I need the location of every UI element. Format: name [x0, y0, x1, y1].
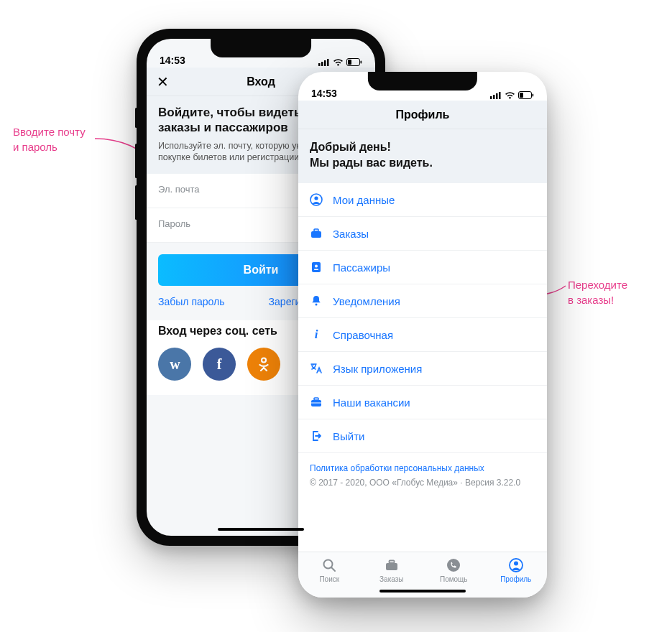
- svg-line-27: [331, 567, 335, 571]
- menu-label: Справочная: [333, 329, 393, 341]
- bell-icon: [310, 294, 323, 307]
- passport-icon: [310, 261, 323, 274]
- tab-search[interactable]: Поиск: [298, 552, 361, 587]
- menu-notifications[interactable]: Уведомления: [298, 284, 547, 318]
- callout-text: в заказы!: [568, 292, 627, 307]
- copyright: © 2017 - 2020, ООО «Глобус Медиа» · Верс…: [310, 478, 535, 488]
- status-icons: [318, 58, 362, 66]
- svg-point-16: [314, 197, 318, 200]
- forgot-password-link[interactable]: Забыл пароль: [158, 296, 224, 307]
- svg-point-30: [447, 559, 460, 572]
- svg-rect-3: [327, 59, 329, 66]
- svg-point-7: [262, 358, 266, 363]
- greeting-line: Мы рады вас видеть.: [310, 155, 535, 171]
- wifi-icon: [505, 91, 515, 99]
- menu-label: Заказы: [333, 228, 369, 240]
- tab-label: Заказы: [379, 575, 403, 583]
- greeting: Добрый день! Мы рады вас видеть.: [298, 129, 547, 183]
- menu-label: Пассажиры: [333, 261, 390, 274]
- svg-rect-2: [324, 60, 326, 66]
- menu-passengers[interactable]: Пассажиры: [298, 251, 547, 284]
- menu-orders[interactable]: Заказы: [298, 217, 547, 251]
- jobs-icon: [310, 396, 323, 409]
- svg-point-32: [514, 561, 518, 565]
- tab-label: Помощь: [440, 575, 468, 583]
- menu-label: Выйти: [333, 430, 364, 442]
- status-time: 14:53: [160, 55, 185, 66]
- footer: Политика обработки персональных данных ©…: [298, 453, 547, 491]
- svg-rect-21: [314, 269, 318, 270]
- svg-rect-29: [389, 560, 394, 563]
- logout-icon: [310, 429, 323, 442]
- menu-help[interactable]: i Справочная: [298, 318, 547, 352]
- svg-rect-25: [311, 403, 321, 404]
- navbar-profile: Профиль: [298, 101, 547, 129]
- menu-label: Мои данные: [333, 194, 395, 206]
- menu-my-data[interactable]: Мои данные: [298, 183, 547, 217]
- tab-orders[interactable]: Заказы: [361, 552, 423, 587]
- menu-label: Наши вакансии: [333, 396, 410, 409]
- svg-rect-5: [361, 61, 362, 64]
- translate-icon: [310, 362, 323, 375]
- callout-text: Переходите: [568, 277, 627, 292]
- home-indicator: [218, 528, 304, 531]
- svg-point-20: [315, 265, 318, 268]
- status-icons: [490, 91, 534, 99]
- tab-label: Поиск: [319, 575, 339, 583]
- svg-rect-1: [321, 62, 323, 66]
- navbar-title: Профиль: [396, 108, 450, 121]
- info-icon: i: [310, 328, 323, 341]
- svg-rect-18: [314, 229, 318, 231]
- user-icon: [508, 557, 524, 573]
- profile-menu: Мои данные Заказы Пассажиры Уведомления …: [298, 183, 547, 453]
- navbar-title: Вход: [247, 75, 275, 88]
- close-button[interactable]: ✕: [157, 73, 169, 90]
- tab-label: Профиль: [500, 575, 531, 583]
- svg-rect-24: [314, 398, 318, 400]
- callout-left: Вводите почту и пароль: [13, 124, 86, 154]
- svg-rect-8: [490, 96, 492, 99]
- svg-rect-13: [533, 94, 534, 97]
- battery-icon: [518, 91, 534, 99]
- menu-label: Уведомления: [333, 295, 400, 307]
- notch: [211, 39, 311, 57]
- svg-rect-6: [348, 60, 351, 65]
- svg-rect-10: [496, 93, 498, 99]
- briefcase-icon: [384, 557, 400, 573]
- notch: [368, 72, 477, 90]
- svg-rect-14: [520, 93, 523, 98]
- tab-help[interactable]: Помощь: [423, 552, 485, 587]
- facebook-button[interactable]: f: [203, 348, 236, 381]
- phone-icon: [446, 557, 461, 573]
- svg-rect-11: [499, 92, 501, 99]
- signal-icon: [490, 92, 502, 99]
- status-time: 14:53: [311, 88, 337, 99]
- menu-language[interactable]: Язык приложения: [298, 352, 547, 386]
- svg-rect-28: [386, 563, 397, 570]
- signal-icon: [318, 59, 330, 66]
- ok-button[interactable]: [247, 348, 280, 381]
- svg-rect-0: [318, 63, 321, 66]
- greeting-line: Добрый день!: [310, 139, 535, 155]
- callout-text: Вводите почту: [13, 124, 86, 139]
- ok-icon: [257, 356, 271, 373]
- svg-point-22: [316, 304, 318, 306]
- menu-jobs[interactable]: Наши вакансии: [298, 386, 547, 419]
- briefcase-icon: [310, 227, 323, 240]
- vk-button[interactable]: w: [158, 348, 191, 381]
- battery-icon: [346, 58, 362, 66]
- menu-label: Язык приложения: [333, 363, 422, 375]
- search-icon: [321, 557, 337, 573]
- home-indicator: [379, 590, 466, 592]
- svg-rect-17: [311, 231, 321, 238]
- callout-right: Переходите в заказы!: [568, 277, 627, 307]
- menu-logout[interactable]: Выйти: [298, 419, 547, 453]
- wifi-icon: [333, 58, 344, 66]
- privacy-link[interactable]: Политика обработки персональных данных: [310, 463, 535, 473]
- tab-profile[interactable]: Профиль: [485, 552, 548, 587]
- device-profile: 14:53 Профиль Добрый день! Мы рады вас в…: [298, 72, 547, 598]
- callout-text: и пароль: [13, 139, 86, 154]
- user-icon: [310, 193, 323, 206]
- svg-rect-9: [493, 95, 495, 99]
